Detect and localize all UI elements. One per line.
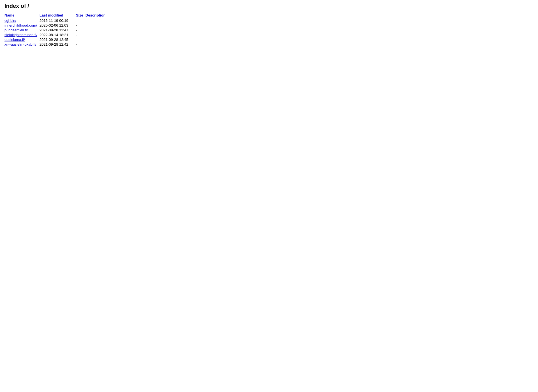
cell-last-modified: 2015-11-19 00:19 [40, 18, 76, 23]
col-header-name: Name [4, 13, 40, 18]
table-row: puhdasmieli.fi/2021-09-28 12:47- [4, 28, 108, 32]
separator-cell [85, 47, 108, 52]
cell-name: uusielama.fi/ [4, 37, 40, 42]
cell-size: - [76, 32, 85, 37]
col-header-size: Size [76, 13, 85, 18]
cell-description [85, 42, 108, 47]
sort-by-modified-link[interactable]: Last modified [40, 13, 63, 17]
cell-description [85, 28, 108, 32]
cell-size: - [76, 28, 85, 32]
table-header-row: Name Last modified Size Description [4, 13, 108, 18]
table-row: xn--uusielm-bxab.fi/2021-09-28 12:42- [4, 42, 108, 47]
cell-last-modified: 2021-09-28 12:42 [40, 42, 76, 47]
table-row: innerchildhood.com/2020-02-06 12:03- [4, 23, 108, 28]
cell-name: xn--uusielm-bxab.fi/ [4, 42, 40, 47]
separator-cell [40, 47, 76, 52]
directory-link[interactable]: xn--uusielm-bxab.fi/ [4, 42, 36, 46]
cell-last-modified: 2022-08-14 18:21 [40, 32, 76, 37]
cell-name: cgi-bin/ [4, 18, 40, 23]
col-header-last-modified: Last modified [40, 13, 76, 18]
cell-size: - [76, 18, 85, 23]
cell-description [85, 23, 108, 28]
table-row: uusielama.fi/2021-09-28 12:45- [4, 37, 108, 42]
cell-name: sielukirjoittaminen.fi/ [4, 32, 40, 37]
table-separator-row [4, 47, 108, 52]
table-row: cgi-bin/2015-11-19 00:19- [4, 18, 108, 23]
cell-description [85, 37, 108, 42]
cell-last-modified: 2021-09-28 12:45 [40, 37, 76, 42]
cell-description [85, 18, 108, 23]
cell-last-modified: 2020-02-06 12:03 [40, 23, 76, 28]
directory-link[interactable]: uusielama.fi/ [4, 38, 25, 42]
directory-link[interactable]: cgi-bin/ [4, 18, 16, 23]
cell-name: puhdasmieli.fi/ [4, 28, 40, 32]
directory-listing-table: Name Last modified Size Description cgi-… [4, 13, 108, 52]
sort-by-size-link[interactable]: Size [76, 13, 83, 17]
col-header-description: Description [85, 13, 108, 18]
table-row: sielukirjoittaminen.fi/2022-08-14 18:21- [4, 32, 108, 37]
separator-cell [76, 47, 85, 52]
cell-name: innerchildhood.com/ [4, 23, 40, 28]
page-title: Index of / [4, 3, 534, 9]
directory-link[interactable]: sielukirjoittaminen.fi/ [4, 33, 37, 37]
sort-by-name-link[interactable]: Name [4, 13, 14, 17]
separator-cell [4, 47, 40, 52]
cell-description [85, 32, 108, 37]
directory-link[interactable]: puhdasmieli.fi/ [4, 28, 28, 32]
cell-size: - [76, 37, 85, 42]
cell-last-modified: 2021-09-28 12:47 [40, 28, 76, 32]
sort-by-description-link[interactable]: Description [85, 13, 106, 17]
directory-link[interactable]: innerchildhood.com/ [4, 23, 37, 27]
cell-size: - [76, 23, 85, 28]
cell-size: - [76, 42, 85, 47]
